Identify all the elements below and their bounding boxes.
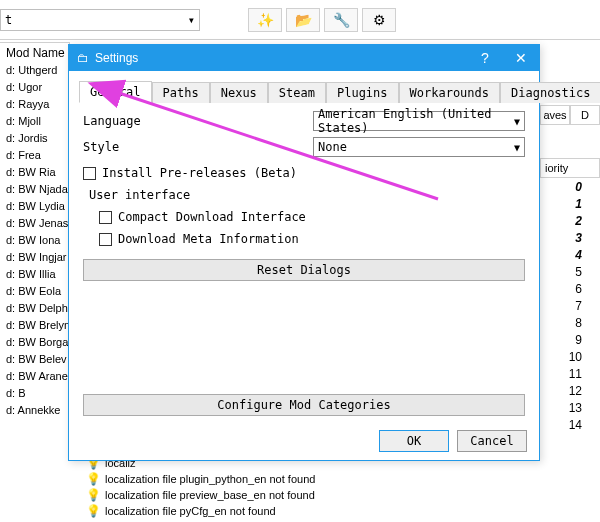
list-item[interactable] bbox=[0, 419, 69, 436]
list-item[interactable]: d: BW Arane bbox=[0, 368, 69, 385]
bulb-icon: 💡 bbox=[86, 488, 101, 502]
list-item[interactable]: d: Frea bbox=[0, 147, 69, 164]
language-label: Language bbox=[83, 114, 313, 128]
status-line: localization file pyCfg_en not found bbox=[105, 505, 276, 517]
toolbar-folder-button[interactable]: 📂 bbox=[286, 8, 320, 32]
configure-mod-categories-button[interactable]: Configure Mod Categories bbox=[83, 394, 525, 416]
toolbar-wand-button[interactable]: ✨ bbox=[248, 8, 282, 32]
list-item[interactable]: d: Jordis bbox=[0, 130, 69, 147]
col-header-priority[interactable]: iority bbox=[540, 158, 600, 178]
style-select[interactable]: None ▼ bbox=[313, 137, 525, 157]
list-item[interactable]: d: Rayya bbox=[0, 96, 69, 113]
chevron-down-icon: ▼ bbox=[514, 116, 520, 127]
status-line: localization file preview_base_en not fo… bbox=[105, 489, 315, 501]
profile-combo[interactable]: t ▾ bbox=[0, 9, 200, 31]
right-column-headers: aves D bbox=[540, 105, 600, 125]
priority-value: 13 bbox=[552, 401, 582, 415]
close-button[interactable]: ✕ bbox=[503, 50, 539, 66]
compact-download-label: Compact Download Interface bbox=[118, 210, 306, 224]
settings-dialog: 🗀 Settings ? ✕ General Paths Nexus Steam… bbox=[68, 44, 540, 461]
col-header-d[interactable]: D bbox=[570, 105, 600, 125]
tab-nexus[interactable]: Nexus bbox=[210, 82, 268, 103]
tab-paths[interactable]: Paths bbox=[152, 82, 210, 103]
priority-value: 6 bbox=[552, 282, 582, 296]
mods-column-header[interactable]: Mod Name bbox=[0, 42, 70, 62]
list-item[interactable]: d: B bbox=[0, 385, 69, 402]
list-item[interactable]: d: Annekke bbox=[0, 402, 69, 419]
list-item[interactable]: d: Ugor bbox=[0, 79, 69, 96]
list-item[interactable]: d: BW Delph bbox=[0, 300, 69, 317]
list-item[interactable]: d: BW Eola bbox=[0, 283, 69, 300]
ui-group-label: User interface bbox=[83, 185, 525, 205]
settings-tabs: General Paths Nexus Steam Plugins Workar… bbox=[79, 81, 529, 103]
dialog-titlebar[interactable]: 🗀 Settings ? ✕ bbox=[69, 45, 539, 71]
toolbar-tool-button[interactable]: 🔧 bbox=[324, 8, 358, 32]
priority-value: 11 bbox=[552, 367, 582, 381]
compact-download-checkbox[interactable] bbox=[99, 211, 112, 224]
list-item[interactable]: d: BW Belev bbox=[0, 351, 69, 368]
gear-icon: ⚙ bbox=[373, 12, 386, 28]
list-item[interactable]: d: BW Lydia bbox=[0, 198, 69, 215]
dialog-title: Settings bbox=[95, 51, 138, 65]
folder-open-icon: 📂 bbox=[295, 12, 312, 28]
bulb-icon: 💡 bbox=[86, 472, 101, 486]
dialog-footer: OK Cancel bbox=[69, 422, 539, 460]
list-item[interactable]: d: BW Brelyn bbox=[0, 317, 69, 334]
priority-value: 1 bbox=[552, 197, 582, 211]
col-header-saves[interactable]: aves bbox=[540, 105, 570, 125]
priority-value: 5 bbox=[552, 265, 582, 279]
settings-body: Language American English (United States… bbox=[69, 103, 539, 422]
list-item[interactable]: d: BW Borga bbox=[0, 334, 69, 351]
folder-icon: 🗀 bbox=[77, 51, 89, 65]
tab-plugins[interactable]: Plugins bbox=[326, 82, 399, 103]
priority-value: 8 bbox=[552, 316, 582, 330]
download-meta-label: Download Meta Information bbox=[118, 232, 299, 246]
list-item[interactable]: d: BW Njada bbox=[0, 181, 69, 198]
status-line: localization file plugin_python_en not f… bbox=[105, 473, 315, 485]
priority-value: 12 bbox=[552, 384, 582, 398]
list-item[interactable]: d: Uthgerd bbox=[0, 62, 69, 79]
priority-value: 14 bbox=[552, 418, 582, 432]
list-item[interactable]: d: BW Illia bbox=[0, 266, 69, 283]
profile-combo-value: t bbox=[5, 13, 12, 27]
tab-steam[interactable]: Steam bbox=[268, 82, 326, 103]
download-meta-checkbox[interactable] bbox=[99, 233, 112, 246]
ok-button[interactable]: OK bbox=[379, 430, 449, 452]
help-button[interactable]: ? bbox=[467, 50, 503, 66]
cancel-button[interactable]: Cancel bbox=[457, 430, 527, 452]
list-item[interactable]: d: BW Iona bbox=[0, 232, 69, 249]
chevron-down-icon: ▾ bbox=[188, 13, 195, 27]
language-select[interactable]: American English (United States) ▼ bbox=[313, 111, 525, 131]
priority-value: 10 bbox=[552, 350, 582, 364]
wand-icon: ✨ bbox=[257, 12, 274, 28]
prerelease-label: Install Pre-releases (Beta) bbox=[102, 166, 297, 180]
language-select-value: American English (United States) bbox=[318, 107, 514, 135]
priority-value: 0 bbox=[552, 180, 582, 194]
tab-workarounds[interactable]: Workarounds bbox=[399, 82, 500, 103]
bulb-icon: 💡 bbox=[86, 504, 101, 518]
prerelease-checkbox[interactable] bbox=[83, 167, 96, 180]
reset-dialogs-button[interactable]: Reset Dialogs bbox=[83, 259, 525, 281]
wrench-icon: 🔧 bbox=[333, 12, 350, 28]
list-item[interactable]: d: BW Ingjar bbox=[0, 249, 69, 266]
main-toolbar: t ▾ ✨ 📂 🔧 ⚙ bbox=[0, 0, 600, 40]
list-item[interactable]: d: Mjoll bbox=[0, 113, 69, 130]
mods-list[interactable]: d: Uthgerd d: Ugor d: Rayya d: Mjoll d: … bbox=[0, 62, 70, 436]
list-item[interactable]: d: BW Jenas bbox=[0, 215, 69, 232]
tab-general[interactable]: General bbox=[79, 81, 152, 103]
priority-value: 7 bbox=[552, 299, 582, 313]
priority-value: 9 bbox=[552, 333, 582, 347]
style-select-value: None bbox=[318, 140, 347, 154]
priority-value: 4 bbox=[552, 248, 582, 262]
tab-diagnostics[interactable]: Diagnostics bbox=[500, 82, 600, 103]
list-item[interactable]: d: BW Ria bbox=[0, 164, 69, 181]
toolbar-settings-button[interactable]: ⚙ bbox=[362, 8, 396, 32]
priority-value: 3 bbox=[552, 231, 582, 245]
chevron-down-icon: ▼ bbox=[514, 142, 520, 153]
priority-value: 2 bbox=[552, 214, 582, 228]
style-label: Style bbox=[83, 140, 313, 154]
